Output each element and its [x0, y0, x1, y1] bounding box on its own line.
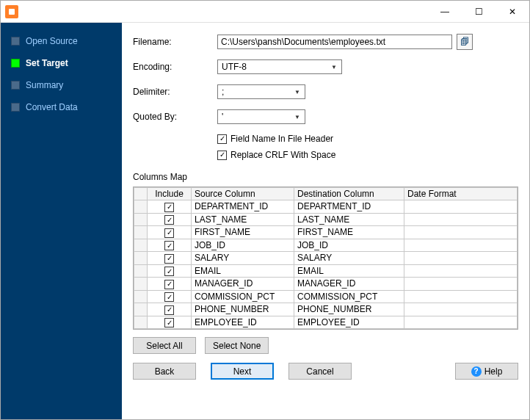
source-cell[interactable]: FIRST_NAME [192, 226, 294, 239]
include-cell[interactable]: ✓ [148, 290, 192, 303]
destination-cell[interactable]: FIRST_NAME [294, 226, 404, 239]
dateformat-cell[interactable] [404, 226, 518, 239]
include-cell[interactable]: ✓ [148, 252, 192, 265]
col-header-source[interactable]: Source Column [192, 188, 294, 200]
back-button[interactable]: Back [133, 363, 196, 380]
source-cell[interactable]: PHONE_NUMBER [192, 303, 294, 316]
dateformat-cell[interactable] [404, 316, 518, 329]
browse-button[interactable]: 🗐 [457, 34, 473, 50]
sidebar-item-set-target[interactable]: Set Target [1, 55, 122, 77]
delimiter-select[interactable]: ; ▼ [217, 84, 305, 99]
destination-cell[interactable]: EMAIL [294, 264, 404, 278]
fieldname-header-checkbox[interactable]: ✓ Field Name In File Header [217, 134, 518, 144]
row-header[interactable] [134, 303, 148, 316]
table-row[interactable]: ✓EMAILEMAIL [134, 264, 518, 278]
select-all-button[interactable]: Select All [133, 337, 196, 354]
include-cell[interactable]: ✓ [148, 329, 192, 330]
dateformat-cell[interactable] [404, 303, 518, 316]
destination-cell[interactable]: DEPARTMENT_ID [294, 200, 404, 214]
sidebar-item-convert-data[interactable]: Convert Data [1, 99, 122, 121]
table-row[interactable]: ✓EMPLOYEE_IDEMPLOYEE_ID [134, 316, 518, 329]
checkbox-icon: ✓ [164, 318, 174, 327]
encoding-select[interactable]: UTF-8 ▼ [217, 59, 342, 74]
destination-cell[interactable]: LAST_NAME [294, 213, 404, 226]
table-row[interactable]: ✓JOB_IDJOB_ID [134, 239, 518, 252]
table-row[interactable]: ✓COMMISSION_PCTCOMMISSION_PCT [134, 290, 518, 303]
row-header[interactable] [134, 290, 148, 303]
dateformat-cell[interactable] [404, 252, 518, 265]
next-button[interactable]: Next [211, 363, 274, 380]
source-cell[interactable]: LAST_NAME [192, 213, 294, 226]
include-cell[interactable]: ✓ [148, 213, 192, 226]
dateformat-cell[interactable] [404, 290, 518, 303]
source-cell[interactable]: EMAIL [192, 264, 294, 278]
source-cell[interactable]: HIRE_DATE [192, 329, 294, 330]
destination-cell[interactable]: EMPLOYEE_ID [294, 316, 404, 329]
row-header[interactable] [134, 252, 148, 265]
row-header[interactable] [134, 226, 148, 239]
quotedby-label: Quoted By: [133, 112, 217, 122]
destination-cell[interactable]: MANAGER_ID [294, 278, 404, 291]
columns-map-grid[interactable]: Include Source Column Destination Column… [133, 187, 518, 330]
row-header[interactable] [134, 239, 148, 252]
row-header[interactable] [134, 264, 148, 278]
col-header-include[interactable]: Include [148, 188, 192, 200]
destination-cell[interactable]: HIRE_DATE [294, 329, 404, 330]
help-button[interactable]: ? Help [455, 363, 518, 380]
source-cell[interactable]: EMPLOYEE_ID [192, 316, 294, 329]
row-header[interactable] [134, 213, 148, 226]
row-header[interactable] [134, 316, 148, 329]
source-cell[interactable]: SALARY [192, 252, 294, 265]
table-row[interactable]: ✓DEPARTMENT_IDDEPARTMENT_ID [134, 200, 518, 214]
replace-crlf-checkbox[interactable]: ✓ Replace CRLF With Space [217, 150, 518, 160]
sidebar-item-summary[interactable]: Summary [1, 77, 122, 99]
close-button[interactable]: ✕ [495, 1, 529, 23]
source-cell[interactable]: COMMISSION_PCT [192, 290, 294, 303]
dateformat-cell[interactable] [404, 200, 518, 214]
include-cell[interactable]: ✓ [148, 200, 192, 214]
quotedby-select[interactable]: ' ▼ [217, 109, 305, 124]
row-header[interactable] [134, 278, 148, 291]
select-none-button[interactable]: Select None [205, 337, 269, 354]
col-header-dateformat[interactable]: Date Format [404, 188, 518, 200]
sidebar-item-label: Open Source [26, 36, 78, 46]
table-row[interactable]: ✓HIRE_DATEHIRE_DATEmm/dd/yyyy [134, 329, 518, 330]
checkbox-icon: ✓ [164, 280, 174, 289]
filename-input[interactable] [217, 35, 452, 49]
minimize-button[interactable]: — [428, 1, 462, 23]
quotedby-value: ' [222, 112, 223, 122]
dateformat-cell[interactable] [404, 278, 518, 291]
dateformat-cell[interactable] [404, 264, 518, 278]
include-cell[interactable]: ✓ [148, 239, 192, 252]
cancel-button[interactable]: Cancel [288, 363, 352, 380]
destination-cell[interactable]: JOB_ID [294, 239, 404, 252]
maximize-button[interactable]: ☐ [462, 1, 495, 23]
include-cell[interactable]: ✓ [148, 264, 192, 278]
col-header-destination[interactable]: Destination Column [294, 188, 404, 200]
source-cell[interactable]: JOB_ID [192, 239, 294, 252]
include-cell[interactable]: ✓ [148, 303, 192, 316]
include-cell[interactable]: ✓ [148, 278, 192, 291]
table-row[interactable]: ✓MANAGER_IDMANAGER_ID [134, 278, 518, 291]
table-row[interactable]: ✓SALARYSALARY [134, 252, 518, 265]
source-cell[interactable]: DEPARTMENT_ID [192, 200, 294, 214]
step-icon [11, 37, 20, 46]
destination-cell[interactable]: PHONE_NUMBER [294, 303, 404, 316]
destination-cell[interactable]: COMMISSION_PCT [294, 290, 404, 303]
dateformat-cell[interactable] [404, 239, 518, 252]
sidebar-item-label: Convert Data [26, 102, 78, 112]
chevron-down-icon: ▼ [291, 114, 303, 120]
dateformat-cell[interactable] [404, 213, 518, 226]
row-header[interactable] [134, 329, 148, 330]
destination-cell[interactable]: SALARY [294, 252, 404, 265]
row-header[interactable] [134, 200, 148, 214]
source-cell[interactable]: MANAGER_ID [192, 278, 294, 291]
table-row[interactable]: ✓FIRST_NAMEFIRST_NAME [134, 226, 518, 239]
wizard-sidebar: Open Source Set Target Summary Convert D… [1, 23, 122, 419]
table-row[interactable]: ✓LAST_NAMELAST_NAME [134, 213, 518, 226]
sidebar-item-open-source[interactable]: Open Source [1, 33, 122, 55]
include-cell[interactable]: ✓ [148, 226, 192, 239]
table-row[interactable]: ✓PHONE_NUMBERPHONE_NUMBER [134, 303, 518, 316]
include-cell[interactable]: ✓ [148, 316, 192, 329]
dateformat-cell[interactable]: mm/dd/yyyy [404, 329, 518, 330]
